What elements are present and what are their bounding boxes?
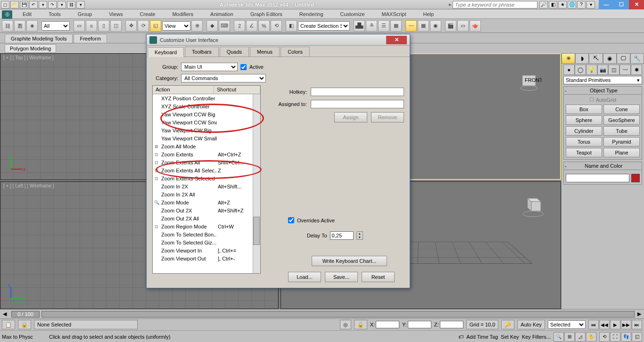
geometry-icon[interactable]: ●: [563, 65, 575, 75]
lights-icon[interactable]: 💡: [586, 65, 597, 75]
table-row[interactable]: Zoom In 2XAlt+Shift...: [153, 182, 260, 190]
object-name-input[interactable]: [566, 174, 629, 182]
menu-modifiers[interactable]: Modifiers: [164, 11, 202, 17]
menu-customize[interactable]: Customize: [332, 11, 373, 17]
snap-angle-icon[interactable]: ∠: [246, 20, 257, 32]
link-icon[interactable]: ⛓: [67, 1, 75, 8]
snap-percent-icon[interactable]: %: [258, 20, 270, 32]
name-color-header[interactable]: -Name and Color: [564, 162, 642, 170]
table-row[interactable]: Yaw Viewport CCW Small: [153, 118, 260, 126]
utilities-tab-icon[interactable]: 🔧: [630, 53, 644, 64]
nav-walk-icon[interactable]: 👣: [621, 332, 631, 342]
move-icon[interactable]: ✥: [125, 20, 137, 32]
spacewarps-icon[interactable]: 〰: [619, 65, 631, 75]
select-object-icon[interactable]: ▭: [74, 20, 85, 32]
tab-toolbars[interactable]: Toolbars: [185, 47, 219, 57]
render-icon[interactable]: 🫖: [470, 20, 481, 32]
table-row[interactable]: ⊡Zoom Region ModeCtrl+W: [153, 222, 260, 230]
material-icon[interactable]: ◉: [430, 20, 441, 32]
tab-freeform[interactable]: Freeform: [74, 34, 107, 43]
cone-button[interactable]: Cone: [603, 105, 640, 114]
app-logo-icon[interactable]: Ⓢ: [2, 10, 12, 19]
open-icon[interactable]: 📁: [10, 1, 19, 8]
layers-icon[interactable]: ☰: [378, 20, 389, 32]
viewcube-icon[interactable]: [518, 191, 542, 215]
timeline[interactable]: ◀ 0 / 100 ▶: [0, 309, 644, 318]
table-row[interactable]: ⊡Zoom Extents Selected: [153, 174, 260, 182]
help-dd-icon[interactable]: ▾: [586, 1, 595, 8]
table-row[interactable]: Zoom Viewport Out], Ctrl+-: [153, 254, 260, 262]
subtab-polygon[interactable]: Polygon Modeling: [5, 44, 56, 53]
table-row[interactable]: Zoom Out 2X All: [153, 214, 260, 222]
pivot-icon[interactable]: ⊕: [191, 20, 203, 32]
plane-button[interactable]: Plane: [603, 148, 640, 157]
table-row[interactable]: Zoom Viewport In[, Ctrl+=: [153, 246, 260, 254]
spinner-snap-icon[interactable]: ⟲: [271, 20, 282, 32]
nav-region-icon[interactable]: ◱: [632, 332, 642, 342]
next-frame-icon[interactable]: ▶▶: [621, 320, 631, 329]
primitive-type-dropdown[interactable]: Standard Primitives▾: [563, 76, 642, 84]
select-link-icon[interactable]: ⛓: [2, 20, 13, 32]
manip-icon[interactable]: ◆: [206, 20, 218, 32]
binoculars-icon[interactable]: 🔎: [539, 1, 548, 8]
table-row[interactable]: Yaw Viewport CCW Big: [153, 110, 260, 118]
selection-filter-dropdown[interactable]: All: [41, 21, 70, 31]
keyboard-icon[interactable]: ⌨: [219, 20, 230, 32]
scrollbar-thumb[interactable]: [253, 217, 260, 245]
prev-frame-icon[interactable]: ◀◀: [599, 320, 610, 329]
teapot-button[interactable]: Teapot: [566, 148, 602, 157]
overrides-checkbox[interactable]: [288, 217, 294, 223]
undo-icon[interactable]: ↶: [29, 1, 38, 8]
dialog-title-bar[interactable]: Customize User Interface ✕: [147, 34, 410, 46]
table-row[interactable]: Zoom To Selected Giz...: [153, 238, 260, 246]
scrollbar[interactable]: [253, 94, 260, 273]
undo-dd-icon[interactable]: ▾: [39, 1, 47, 8]
help-slate-icon[interactable]: ◧: [549, 1, 557, 8]
nav-zoomall-icon[interactable]: ⊞: [564, 332, 575, 342]
display-tab-icon[interactable]: 🖵: [617, 53, 630, 64]
goto-start-icon[interactable]: ⏮: [588, 320, 599, 329]
nav-orbit-icon[interactable]: ⟲: [599, 332, 610, 342]
category-dropdown[interactable]: All Commands: [181, 74, 266, 82]
redo-icon[interactable]: ↷: [48, 1, 57, 8]
search-arrow-icon[interactable]: ▸: [449, 1, 452, 8]
lock-icon[interactable]: 🔒: [18, 320, 31, 329]
delay-spinner[interactable]: ▲▼: [356, 231, 363, 240]
x-input[interactable]: [376, 321, 399, 328]
save-button[interactable]: Save...: [325, 272, 358, 282]
new-icon[interactable]: ▢: [1, 1, 9, 8]
reset-button[interactable]: Reset: [362, 272, 395, 282]
timetag-icon[interactable]: 🏷: [458, 334, 463, 340]
hotkey-input[interactable]: [311, 88, 404, 96]
menu-animation[interactable]: Animation: [202, 11, 242, 17]
nav-fov-icon[interactable]: ◿: [575, 332, 586, 342]
bind-icon[interactable]: ◈: [26, 20, 38, 32]
play-icon[interactable]: ▶: [610, 320, 620, 329]
setkey-button[interactable]: Set Key: [501, 334, 519, 340]
table-row[interactable]: XYZ Position Controller: [153, 94, 260, 102]
col-shortcut[interactable]: Shortcut: [214, 86, 260, 94]
align-icon[interactable]: ≛: [366, 20, 377, 32]
add-time-tag[interactable]: Add Time Tag: [466, 334, 498, 340]
cameras-icon[interactable]: 📷: [597, 65, 609, 75]
globe-icon[interactable]: 🌐: [568, 1, 576, 8]
redo-dd-icon[interactable]: ▾: [58, 1, 66, 8]
window-cross-icon[interactable]: ◫: [110, 20, 122, 32]
tab-graphite[interactable]: Graphite Modeling Tools: [5, 34, 73, 43]
isolate-icon[interactable]: ◎: [340, 320, 351, 329]
help-icon[interactable]: ?: [577, 1, 586, 8]
menu-tools[interactable]: Tools: [40, 11, 69, 17]
keymode-dropdown[interactable]: Selected: [548, 320, 586, 329]
select-rect-icon[interactable]: ▯: [98, 20, 109, 32]
box-button[interactable]: Box: [566, 105, 602, 114]
motion-tab-icon[interactable]: ◉: [603, 53, 617, 64]
snap2d-icon[interactable]: 2: [234, 20, 245, 32]
remove-button[interactable]: Remove: [371, 112, 404, 122]
scale-icon[interactable]: ◱: [150, 20, 161, 32]
viewport-label[interactable]: [ + ] [ Left ] [ Wireframe ]: [3, 183, 54, 188]
menu-create[interactable]: Create: [131, 11, 164, 17]
viewcube-icon[interactable]: FRONT: [518, 68, 541, 92]
render-setup-icon[interactable]: 🎬: [445, 20, 456, 32]
time-slider[interactable]: 0 / 100: [11, 311, 40, 318]
color-swatch[interactable]: [631, 174, 640, 182]
